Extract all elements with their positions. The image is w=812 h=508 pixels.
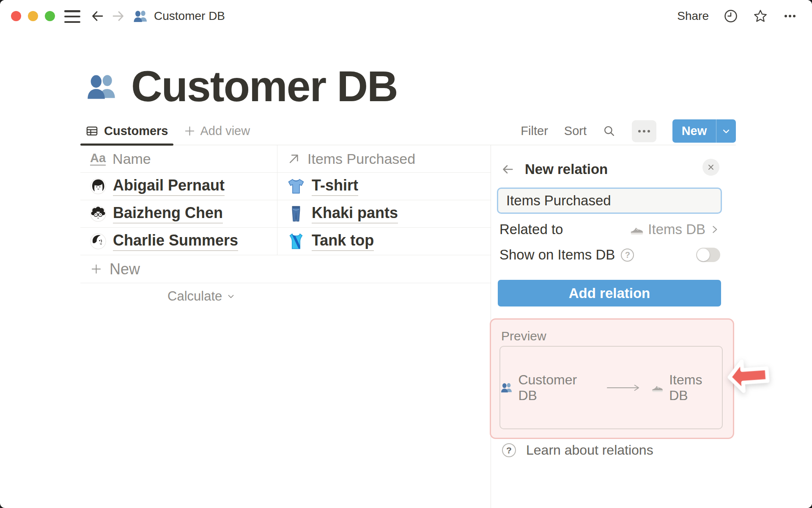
add-view-button[interactable]: Add view (184, 124, 250, 138)
row-name-link[interactable]: Baizheng Chen (113, 204, 223, 224)
sneaker-icon (630, 222, 644, 237)
minimize-window-button[interactable] (28, 11, 38, 21)
panel-close-button[interactable] (702, 159, 719, 176)
add-view-label: Add view (200, 124, 250, 138)
new-record-button[interactable]: New (672, 119, 736, 143)
preview-target-label: Items DB (669, 372, 722, 403)
table-header-row: Aa Name Items Purchased (80, 145, 491, 173)
learn-label: Learn about relations (526, 442, 653, 458)
people-icon (133, 8, 148, 24)
relation-property-icon (287, 152, 301, 166)
plus-icon (90, 263, 102, 275)
row-item-link[interactable]: Tank top (312, 232, 374, 251)
add-relation-button[interactable]: Add relation (498, 280, 721, 306)
page-people-icon[interactable] (85, 70, 118, 102)
row-name-link[interactable]: Abigail Pernaut (113, 177, 225, 196)
row-item-link[interactable]: Khaki pants (312, 204, 398, 224)
row-name-link[interactable]: Charlie Summers (113, 232, 238, 251)
name-cell: Abigail Pernaut (80, 173, 277, 200)
updates-clock-icon[interactable] (723, 8, 738, 24)
sort-button[interactable]: Sort (564, 124, 587, 138)
column-header-name[interactable]: Aa Name (80, 145, 277, 172)
chevron-right-icon (709, 224, 720, 235)
column-items-label: Items Purchased (307, 151, 415, 167)
annotation-arrow-left-icon (724, 356, 772, 395)
help-circle-icon: ? (502, 443, 516, 457)
learn-about-relations-link[interactable]: ? Learn about relations (502, 442, 653, 458)
share-button[interactable]: Share (677, 9, 709, 23)
column-header-items-purchased[interactable]: Items Purchased (277, 145, 491, 172)
preview-diagram: Customer DB Items DB (499, 346, 723, 429)
new-record-dropdown[interactable] (716, 119, 736, 143)
tshirt-emoji (287, 177, 305, 195)
close-icon (707, 163, 715, 171)
related-to-row[interactable]: Related to Items DB (499, 220, 720, 239)
traffic-lights (11, 11, 55, 21)
calculate-label: Calculate (167, 289, 222, 304)
breadcrumb-title[interactable]: Customer DB (154, 0, 225, 32)
preview-target: Items DB (651, 372, 722, 403)
tab-customers-label: Customers (104, 124, 168, 138)
name-cell: Charlie Summers (80, 228, 277, 255)
items-cell: Tank top (277, 228, 491, 255)
help-question-icon[interactable]: ? (621, 248, 634, 262)
panel-title: New relation (525, 161, 608, 177)
zoom-window-button[interactable] (45, 11, 55, 21)
related-to-label: Related to (499, 221, 563, 237)
column-name-label: Name (112, 151, 151, 167)
customers-table: Aa Name Items Purchased Abigail Pernaut (80, 145, 491, 309)
preview-highlight-box: Preview Customer DB (490, 318, 734, 439)
chevron-down-icon (226, 292, 236, 301)
page-title[interactable]: Customer DB (131, 62, 398, 111)
table-row: Baizheng Chen Khaki pants (80, 200, 491, 228)
long-arrow-right-icon (606, 384, 640, 392)
new-row-label: New (110, 260, 140, 278)
panel-back-icon[interactable] (500, 162, 515, 177)
forward-icon[interactable] (111, 8, 126, 24)
view-controls: Filter Sort New (521, 119, 736, 143)
table-row: Abigail Pernaut T-shirt (80, 173, 491, 200)
calculate-button[interactable]: Calculate (80, 283, 491, 309)
sidebar-toggle-icon[interactable] (64, 10, 80, 23)
avatar-profile-sketch (90, 233, 106, 249)
related-to-value[interactable]: Items DB (630, 221, 720, 237)
notion-window: Customer DB Share Customer DB (0, 0, 812, 508)
relation-name-input[interactable] (497, 188, 722, 214)
favorite-star-icon[interactable] (753, 8, 768, 24)
titlebar-actions: Share (677, 0, 798, 32)
tab-customers[interactable]: Customers (80, 117, 173, 145)
items-cell: T-shirt (277, 173, 491, 200)
text-property-icon: Aa (90, 152, 106, 166)
show-on-row: Show on Items DB ? (499, 245, 720, 265)
preview-source: Customer DB (500, 372, 595, 403)
tanktop-emoji (287, 232, 305, 250)
view-more-options-button[interactable] (632, 120, 656, 142)
new-relation-panel: New relation Related to Items DB (491, 145, 812, 508)
related-to-db-name: Items DB (648, 221, 705, 237)
new-row-button[interactable]: New (80, 255, 491, 283)
avatar-curly-glasses (90, 206, 106, 222)
titlebar: Customer DB Share (0, 0, 812, 32)
avatar-bob-haircut (90, 178, 106, 194)
new-record-label: New (672, 119, 716, 143)
plus-icon (184, 125, 196, 137)
table-view-icon (85, 124, 99, 138)
row-item-link[interactable]: T-shirt (312, 177, 358, 196)
page-header: Customer DB (85, 62, 398, 111)
back-icon[interactable] (90, 8, 105, 24)
people-icon (500, 381, 513, 394)
jeans-emoji (287, 205, 305, 223)
table-row: Charlie Summers Tank top (80, 228, 491, 255)
items-cell: Khaki pants (277, 200, 491, 227)
preview-source-label: Customer DB (518, 372, 595, 403)
close-window-button[interactable] (11, 11, 21, 21)
more-options-icon[interactable] (782, 8, 798, 24)
view-tab-bar: Customers Add view Filter Sort New (80, 117, 736, 145)
preview-label: Preview (501, 329, 546, 343)
show-on-toggle[interactable] (696, 248, 720, 262)
filter-button[interactable]: Filter (521, 124, 548, 138)
chevron-down-icon (721, 126, 731, 136)
sneaker-icon (651, 381, 664, 394)
search-icon[interactable] (603, 124, 616, 138)
show-on-label: Show on Items DB (499, 247, 615, 263)
